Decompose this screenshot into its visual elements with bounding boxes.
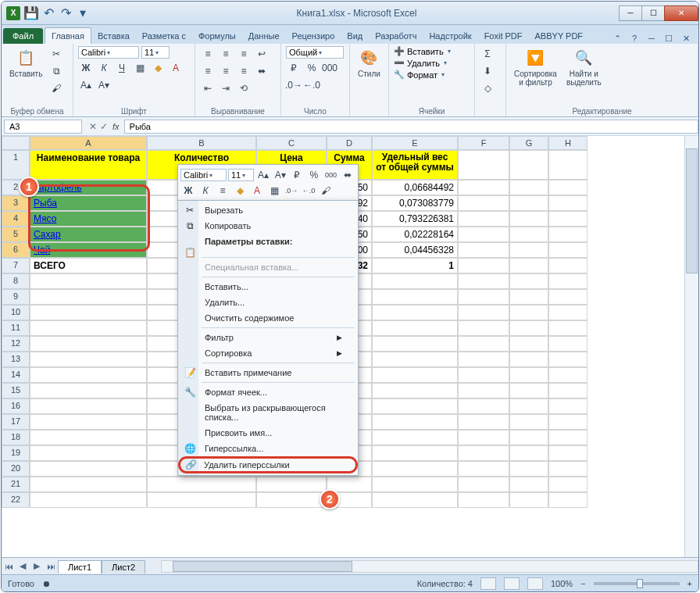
minimize-ribbon-icon[interactable]: ⌃: [611, 34, 623, 44]
row-header[interactable]: 12: [2, 336, 30, 352]
ctx-sort[interactable]: Сортировка▶: [180, 345, 356, 361]
decrease-decimal-icon[interactable]: ←.0: [304, 77, 320, 93]
row-header[interactable]: 15: [2, 383, 30, 398]
window-restore-icon[interactable]: ☐: [662, 34, 675, 44]
sheet-nav-last-icon[interactable]: ⏭: [44, 562, 58, 571]
window-minimize-icon[interactable]: ─: [645, 34, 658, 44]
ctx-format-cells[interactable]: 🔧Формат ячеек...: [180, 384, 356, 400]
mini-grow-font-icon[interactable]: A▴: [255, 167, 271, 183]
save-icon[interactable]: 💾: [25, 7, 38, 20]
cell[interactable]: 0,04456328: [372, 242, 458, 258]
ctx-define-name[interactable]: Присвоить имя...: [180, 425, 356, 441]
horizontal-scrollbar[interactable]: [161, 560, 698, 573]
mini-align-icon[interactable]: ≡: [215, 183, 230, 198]
align-left-icon[interactable]: ≡: [200, 63, 216, 79]
sheet-nav-next-icon[interactable]: ▶: [30, 561, 44, 571]
styles-button[interactable]: 🎨 Стили: [355, 46, 384, 80]
tab-addins[interactable]: Надстройк: [423, 28, 477, 44]
font-name-combo[interactable]: Calibri▾: [78, 46, 139, 59]
cell[interactable]: ВСЕГО: [30, 258, 147, 273]
row-header[interactable]: 19: [2, 445, 30, 461]
row-header[interactable]: 10: [2, 305, 30, 320]
tab-home[interactable]: Главная: [45, 27, 91, 44]
zoom-level[interactable]: 100%: [551, 579, 573, 588]
cell[interactable]: 1: [372, 258, 458, 273]
cell[interactable]: Рыба: [30, 195, 147, 211]
row-header[interactable]: 16: [2, 398, 30, 414]
cancel-formula-icon[interactable]: ✕: [89, 121, 97, 132]
cell[interactable]: Чай: [30, 242, 147, 258]
workbook-close-icon[interactable]: ✕: [680, 34, 692, 44]
tab-data[interactable]: Данные: [242, 28, 286, 44]
close-button[interactable]: ✕: [664, 5, 698, 21]
tab-insert[interactable]: Вставка: [91, 28, 136, 44]
mini-dec-dec-icon[interactable]: ←.0: [301, 183, 316, 198]
mini-currency-icon[interactable]: ₽: [290, 167, 305, 183]
help-icon[interactable]: ?: [628, 34, 641, 44]
cell[interactable]: Удельный вес от общей суммы: [372, 150, 458, 180]
row-header[interactable]: 7: [2, 258, 30, 273]
zoom-slider[interactable]: [594, 582, 680, 585]
percent-icon[interactable]: %: [304, 60, 320, 76]
tab-layout[interactable]: Разметка с: [136, 28, 192, 44]
comma-icon[interactable]: 000: [322, 60, 338, 76]
formula-input[interactable]: Рыба: [124, 120, 698, 134]
file-tab[interactable]: Файл: [3, 28, 43, 44]
mini-shrink-font-icon[interactable]: A▾: [273, 167, 288, 183]
cell[interactable]: Сахар: [30, 227, 147, 242]
cell[interactable]: 0,073083779: [372, 195, 458, 211]
ctx-hyperlink[interactable]: 🌐Гиперссылка...: [180, 441, 356, 456]
format-painter-icon[interactable]: 🖌: [48, 80, 64, 96]
mini-size-combo[interactable]: 11▾: [228, 169, 254, 181]
tab-abbyy[interactable]: ABBYY PDF: [529, 28, 590, 44]
mini-font-combo[interactable]: Calibri▾: [180, 169, 227, 181]
col-header-a[interactable]: A: [30, 136, 147, 150]
ctx-pick-dropdown[interactable]: Выбрать из раскрывающегося списка...: [180, 400, 356, 425]
font-color-button[interactable]: A: [168, 60, 184, 76]
undo-icon[interactable]: ↶: [42, 7, 55, 20]
cell[interactable]: 0,06684492: [372, 180, 458, 195]
ctx-comment[interactable]: 📝Вставить примечание: [180, 365, 356, 380]
underline-button[interactable]: Ч: [114, 60, 130, 76]
row-header[interactable]: 21: [2, 477, 30, 492]
increase-font-icon[interactable]: A▴: [78, 77, 94, 93]
mini-bold-button[interactable]: Ж: [180, 183, 196, 198]
select-all-corner[interactable]: [2, 136, 30, 150]
tab-foxit[interactable]: Foxit PDF: [478, 28, 529, 44]
col-header-g[interactable]: G: [509, 136, 548, 150]
mini-dec-inc-icon[interactable]: .0→: [284, 183, 299, 198]
cell[interactable]: 0,793226381: [372, 211, 458, 227]
ctx-copy[interactable]: ⧉Копировать: [180, 218, 356, 234]
decrease-indent-icon[interactable]: ⇤: [200, 80, 216, 96]
mini-percent-icon[interactable]: %: [306, 167, 322, 183]
zoom-in-icon[interactable]: +: [688, 579, 692, 588]
row-header[interactable]: 5: [2, 227, 30, 242]
insert-cells-button[interactable]: ➕ Вставить▾: [394, 46, 451, 56]
mini-font-color-icon[interactable]: A: [249, 183, 265, 198]
vertical-scrollbar[interactable]: [684, 136, 698, 557]
col-header-e[interactable]: E: [372, 136, 458, 150]
view-pagebreak-icon[interactable]: [527, 577, 543, 590]
fill-icon[interactable]: ⬇: [480, 63, 495, 79]
worksheet-grid[interactable]: A B C D E F G H 1 Наименование товара Ко…: [2, 136, 698, 508]
align-top-icon[interactable]: ≡: [200, 46, 216, 62]
sheet-nav-first-icon[interactable]: ⏮: [2, 562, 16, 571]
tab-formulas[interactable]: Формулы: [192, 28, 242, 44]
col-header-d[interactable]: D: [327, 136, 372, 150]
ctx-paste-options[interactable]: Параметры вставки:: [180, 234, 356, 249]
col-header-b[interactable]: B: [147, 136, 256, 150]
row-header[interactable]: 18: [2, 430, 30, 445]
autosum-icon[interactable]: Σ: [480, 46, 495, 62]
mini-painter-icon[interactable]: 🖌: [318, 183, 334, 198]
align-bottom-icon[interactable]: ≡: [236, 46, 252, 62]
clear-icon[interactable]: ◇: [480, 80, 495, 96]
currency-icon[interactable]: ₽: [286, 60, 302, 76]
minimize-button[interactable]: ─: [619, 5, 642, 21]
font-size-combo[interactable]: 11▾: [141, 46, 170, 59]
col-header-h[interactable]: H: [548, 136, 588, 150]
mini-comma-icon[interactable]: 000: [323, 167, 339, 183]
increase-indent-icon[interactable]: ⇥: [218, 80, 234, 96]
fill-color-button[interactable]: ◆: [150, 60, 166, 76]
col-header-f[interactable]: F: [458, 136, 509, 150]
maximize-button[interactable]: ☐: [641, 5, 665, 21]
